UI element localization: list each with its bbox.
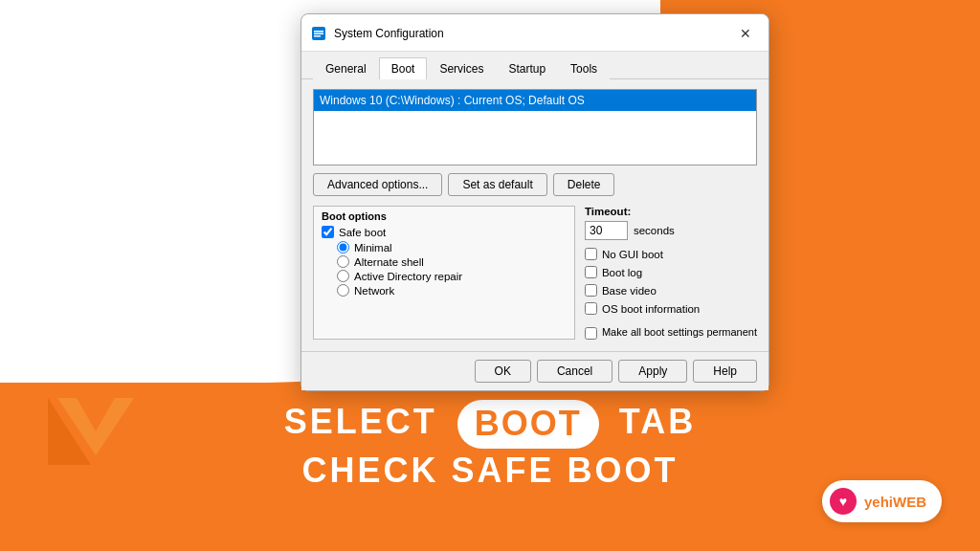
dialog-icon — [311, 26, 326, 41]
safe-boot-label: Safe boot — [339, 227, 386, 238]
radio-adrepair-label: Active Directory repair — [354, 271, 462, 282]
base-video-row: Base video — [585, 284, 757, 297]
svg-rect-6 — [314, 35, 321, 37]
os-boot-info-row: OS boot information — [585, 302, 757, 315]
os-boot-info-checkbox[interactable] — [585, 302, 597, 315]
badge-label: yehiWEB — [864, 494, 926, 510]
timeout-box: Timeout: seconds — [585, 206, 757, 240]
ok-button[interactable]: OK — [475, 360, 531, 383]
yehiweb-badge: ♥ yehiWEB — [822, 480, 942, 522]
timeout-input[interactable] — [585, 221, 628, 240]
set-default-button[interactable]: Set as default — [448, 173, 546, 196]
timeout-unit: seconds — [634, 225, 675, 236]
no-gui-boot-row: No GUI boot — [585, 248, 757, 260]
base-video-checkbox[interactable] — [585, 284, 597, 297]
permanent-row: Make all boot settings permanent — [585, 325, 757, 340]
boot-log-row: Boot log — [585, 266, 757, 278]
dialog-title: System Configuration — [334, 27, 444, 40]
radio-group: Minimal Alternate shell Active Directory… — [337, 241, 567, 297]
base-video-label: Base video — [602, 285, 657, 297]
dialog-body: Windows 10 (C:\Windows) : Current OS; De… — [301, 79, 768, 351]
title-bar: System Configuration ✕ — [301, 14, 768, 52]
timeout-row: seconds — [585, 221, 757, 240]
system-config-dialog: System Configuration ✕ General Boot Serv… — [301, 13, 769, 391]
os-action-buttons: Advanced options... Set as default Delet… — [313, 173, 757, 196]
badge-yehi: yehi — [864, 494, 893, 510]
boot-options-box: Boot options Safe boot Minimal Alternate… — [313, 206, 575, 340]
tab-general[interactable]: General — [313, 57, 379, 79]
boot-log-checkbox[interactable] — [585, 266, 597, 278]
advanced-options-button[interactable]: Advanced options... — [313, 173, 442, 196]
boot-log-label: Boot log — [602, 267, 642, 278]
permanent-checkbox[interactable] — [585, 327, 597, 340]
boot-options-legend: Boot options — [322, 210, 567, 222]
radio-minimal: Minimal — [337, 241, 567, 253]
radio-altshell-label: Alternate shell — [354, 256, 424, 268]
tab-boot[interactable]: Boot — [379, 57, 428, 79]
cancel-button[interactable]: Cancel — [537, 360, 612, 383]
line1-post: TAB — [619, 402, 696, 441]
heart-icon: ♥ — [830, 488, 857, 515]
options-area: Boot options Safe boot Minimal Alternate… — [313, 206, 757, 340]
close-button[interactable]: ✕ — [734, 22, 757, 45]
delete-button[interactable]: Delete — [553, 173, 615, 196]
line1-pre: SELECT — [284, 402, 437, 441]
tab-startup[interactable]: Startup — [496, 57, 558, 79]
right-checkboxes: No GUI boot Boot log Base video OS boot … — [585, 248, 757, 318]
svg-rect-4 — [314, 31, 323, 33]
radio-adrepair-input[interactable] — [337, 270, 349, 282]
radio-network: Network — [337, 284, 567, 297]
tab-services[interactable]: Services — [427, 57, 496, 79]
radio-network-input[interactable] — [337, 284, 349, 297]
radio-adrepair: Active Directory repair — [337, 270, 567, 282]
radio-minimal-label: Minimal — [354, 242, 392, 253]
safe-boot-checkbox[interactable] — [322, 226, 334, 238]
no-gui-label: No GUI boot — [602, 249, 663, 260]
right-column: Timeout: seconds No GUI boot Boot log — [585, 206, 757, 340]
badge-web: WEB — [893, 494, 926, 510]
line1-text: SELECT BOOT TAB — [0, 400, 980, 449]
title-bar-left: System Configuration — [311, 26, 444, 41]
os-list-item[interactable]: Windows 10 (C:\Windows) : Current OS; De… — [314, 90, 756, 111]
boot-badge: BOOT — [457, 400, 599, 449]
apply-button[interactable]: Apply — [618, 360, 687, 383]
radio-minimal-input[interactable] — [337, 241, 349, 253]
help-button[interactable]: Help — [693, 360, 757, 383]
tab-tools[interactable]: Tools — [558, 57, 610, 79]
permanent-label: Make all boot settings permanent — [602, 325, 757, 339]
svg-rect-5 — [314, 33, 323, 35]
radio-altshell-input[interactable] — [337, 255, 349, 268]
safe-boot-row: Safe boot — [322, 226, 567, 238]
bottom-text-area: SELECT BOOT TAB CHECK SAFE BOOT — [0, 400, 980, 494]
os-boot-info-label: OS boot information — [602, 303, 700, 315]
no-gui-checkbox[interactable] — [585, 248, 597, 260]
radio-altshell: Alternate shell — [337, 255, 567, 268]
tab-bar: General Boot Services Startup Tools — [301, 52, 768, 79]
dialog-footer: OK Cancel Apply Help — [301, 351, 768, 390]
radio-network-label: Network — [354, 285, 394, 297]
timeout-label: Timeout: — [585, 206, 757, 217]
os-listbox[interactable]: Windows 10 (C:\Windows) : Current OS; De… — [313, 89, 757, 165]
